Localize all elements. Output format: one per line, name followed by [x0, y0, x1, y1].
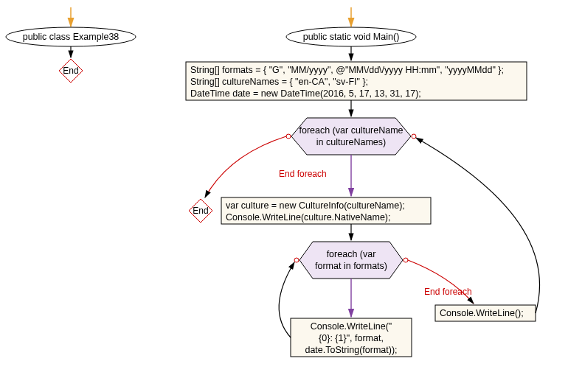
init-line1: String[] formats = { "G", "MM/yyyy", @"M… — [190, 65, 504, 75]
loop2-line1: foreach (var — [327, 249, 376, 259]
loop2-left-dot — [294, 258, 299, 262]
loop1-line2: in cultureNames) — [316, 137, 386, 147]
write-line2: {0}: {1}", format, — [319, 333, 384, 343]
loop2-exit-arrow — [408, 260, 474, 304]
main-label: public static void Main() — [303, 32, 400, 42]
loop2-right-dot — [404, 258, 408, 262]
loop1-hexagon — [291, 118, 411, 155]
right-end-label: End — [193, 206, 208, 216]
loop2-end-label: End foreach — [424, 287, 472, 297]
write-line1: Console.WriteLine(" — [311, 321, 392, 332]
loop1-exit-arrow — [205, 136, 286, 197]
loop1-right-dot — [412, 134, 416, 139]
culture-line2: Console.WriteLine(culture.NativeName); — [226, 212, 390, 223]
loop2-line2: format in formats) — [315, 261, 387, 271]
init-line3: DateTime date = new DateTime(2016, 5, 17… — [190, 88, 421, 99]
blank-write-label: Console.WriteLine(); — [440, 308, 524, 318]
loop2-hexagon — [299, 242, 403, 279]
loop1-line1: foreach (var cultureName — [299, 125, 403, 136]
left-end-label: End — [63, 66, 78, 76]
init-line2: String[] cultureNames = { "en-CA", "sv-F… — [190, 77, 368, 87]
loop1-left-dot — [286, 134, 291, 139]
flowchart-svg: public class Example38 End public static… — [0, 0, 568, 392]
culture-line1: var culture = new CultureInfo(cultureNam… — [226, 200, 405, 211]
loop1-end-label: End foreach — [279, 169, 327, 179]
write-line3: date.ToString(format)); — [305, 345, 397, 355]
class-label: public class Example38 — [23, 32, 120, 42]
